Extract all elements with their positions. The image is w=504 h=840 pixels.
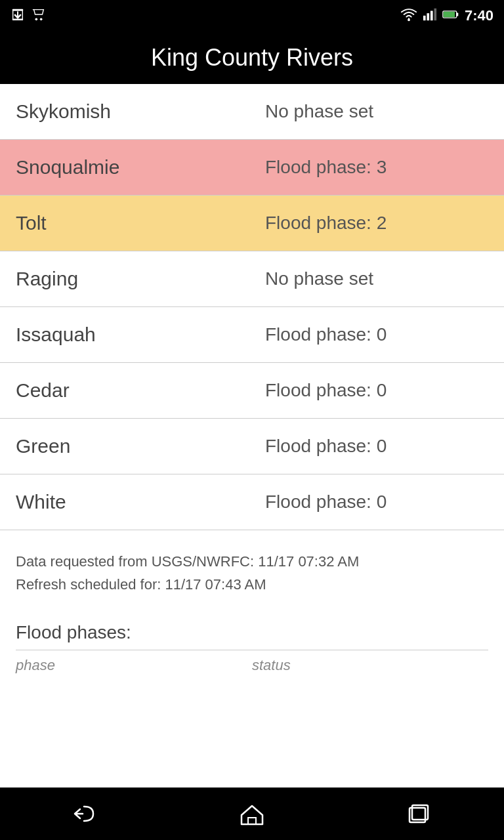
flood-col-status: status: [252, 657, 488, 674]
battery-icon: [442, 9, 459, 23]
status-bar-left: [10, 7, 46, 25]
river-name: Skykomish: [0, 89, 249, 135]
download-icon: [10, 7, 25, 25]
table-row[interactable]: SnoqualmieFlood phase: 3: [0, 140, 504, 196]
table-row[interactable]: WhiteFlood phase: 0: [0, 474, 504, 530]
table-row[interactable]: SkykomishNo phase set: [0, 84, 504, 140]
svg-point-4: [408, 18, 410, 21]
refresh-line: Refresh scheduled for: 11/17 07:43 AM: [16, 573, 488, 596]
river-name: Green: [0, 423, 249, 469]
svg-point-2: [35, 18, 38, 20]
river-name: Tolt: [0, 200, 249, 246]
svg-point-3: [40, 18, 43, 20]
river-status: Flood phase: 0: [249, 480, 504, 524]
app-bar: King County Rivers: [0, 32, 504, 84]
svg-rect-7: [430, 10, 433, 20]
back-button[interactable]: [58, 794, 110, 833]
river-status: Flood phase: 0: [249, 312, 504, 357]
table-row[interactable]: GreenFlood phase: 0: [0, 419, 504, 474]
status-bar-right: 7:40: [400, 7, 494, 25]
river-name: Issaquah: [0, 312, 249, 358]
river-status: Flood phase: 3: [249, 145, 504, 190]
signal-icon: [423, 7, 437, 25]
svg-rect-10: [444, 11, 455, 17]
flood-col-phase: phase: [16, 657, 252, 674]
river-status: No phase set: [249, 89, 504, 134]
bottom-nav: [0, 788, 504, 840]
flood-phases-title: Flood phases:: [16, 622, 488, 643]
info-section: Data requested from USGS/NWRFC: 11/17 07…: [0, 530, 504, 609]
river-name: Raging: [0, 256, 249, 302]
river-name: Snoqualmie: [0, 144, 249, 190]
wifi-icon: [400, 7, 417, 25]
river-status: Flood phase: 2: [249, 201, 504, 245]
river-status: No phase set: [249, 257, 504, 301]
svg-rect-5: [423, 15, 426, 20]
river-name: Cedar: [0, 368, 249, 413]
table-row[interactable]: CedarFlood phase: 0: [0, 363, 504, 419]
svg-rect-8: [434, 8, 436, 20]
recents-button[interactable]: [394, 794, 446, 833]
table-row[interactable]: ToltFlood phase: 2: [0, 196, 504, 251]
data-request-line: Data requested from USGS/NWRFC: 11/17 07…: [16, 550, 488, 573]
river-table: SkykomishNo phase setSnoqualmieFlood pha…: [0, 84, 504, 530]
status-bar: 7:40: [0, 0, 504, 32]
svg-rect-6: [427, 13, 429, 20]
home-button[interactable]: [226, 794, 278, 833]
shop-icon: [32, 7, 46, 25]
table-row[interactable]: RagingNo phase set: [0, 251, 504, 307]
flood-header-row: phase status: [16, 650, 488, 677]
time-display: 7:40: [465, 7, 494, 24]
table-row[interactable]: IssaquahFlood phase: 0: [0, 307, 504, 363]
river-status: Flood phase: 0: [249, 424, 504, 469]
page-title: King County Rivers: [151, 44, 353, 72]
svg-rect-11: [457, 12, 459, 16]
svg-rect-12: [248, 818, 256, 824]
flood-section: Flood phases: phase status: [0, 609, 504, 684]
river-name: White: [0, 479, 249, 525]
river-status: Flood phase: 0: [249, 368, 504, 413]
